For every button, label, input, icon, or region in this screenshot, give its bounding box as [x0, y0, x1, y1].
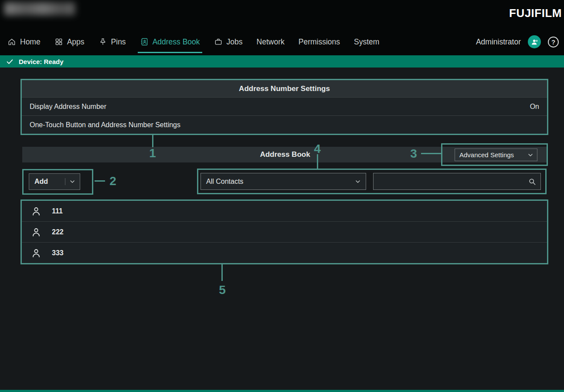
nav-item-system[interactable]: System [352, 30, 381, 53]
annotation-2-label: 2 [106, 174, 120, 188]
address-number-settings-panel: Address Number Settings Display Address … [20, 79, 548, 135]
person-icon [31, 206, 42, 217]
chevron-down-icon [65, 178, 76, 185]
magnifier-icon[interactable] [528, 177, 537, 186]
nav-label: Jobs [227, 37, 243, 47]
contact-row[interactable]: 222 [22, 221, 547, 242]
contact-name: 111 [52, 207, 63, 215]
header: FUJIFILM Home Apps [0, 0, 564, 55]
annotation-4-line [317, 154, 318, 169]
topbar: FUJIFILM [0, 0, 564, 30]
person-icon [31, 226, 42, 238]
nav-label: Permissions [299, 37, 340, 47]
jobs-icon [214, 37, 223, 46]
device-status-bar: Device: Ready [0, 55, 564, 68]
nav-label: Address Book [153, 37, 200, 47]
setting-value: On [530, 103, 539, 111]
device-status-text: Device: Ready [19, 58, 64, 65]
setting-label: Display Address Number [30, 103, 106, 111]
pin-icon [99, 37, 107, 46]
add-button-label: Add [34, 178, 48, 186]
annotation-3-line [421, 153, 441, 154]
annotation-2-line [95, 180, 105, 182]
contact-name: 222 [52, 228, 64, 236]
contact-name: 333 [52, 249, 64, 257]
nav-label: Home [20, 37, 41, 47]
address-number-settings-title: Address Number Settings [22, 80, 547, 97]
nav-right: Administrator ? [476, 35, 559, 48]
chevron-down-icon [527, 152, 534, 159]
annotation-3-label: 3 [407, 147, 421, 161]
nav-item-home[interactable]: Home [5, 30, 43, 53]
contact-filter-value: All Contacts [206, 178, 243, 186]
advanced-settings-label: Advanced Settings [459, 151, 514, 159]
annotation-5-line [221, 264, 223, 281]
annotation-1-label: 1 [146, 146, 160, 160]
nav-item-permissions[interactable]: Permissions [296, 30, 342, 53]
check-icon [6, 57, 14, 66]
nav-item-address-book[interactable]: Address Book [138, 30, 202, 53]
nav-item-apps[interactable]: Apps [52, 30, 87, 53]
admin-user-icon[interactable] [528, 35, 541, 48]
setting-row-display-address-number[interactable]: Display Address Number On [22, 97, 547, 115]
administrator-label: Administrator [476, 37, 521, 47]
nav-label: Apps [67, 37, 85, 47]
device-name-redacted [4, 2, 75, 15]
nav-tabs: Home Apps Pins [5, 30, 381, 53]
contact-list: 111 222 333 [20, 199, 548, 264]
add-button[interactable]: Add [29, 173, 80, 190]
annotation-1-line [152, 135, 153, 147]
bottom-strip [0, 390, 564, 392]
person-icon [31, 247, 42, 259]
advanced-settings-button[interactable]: Advanced Settings [455, 149, 537, 161]
contact-row[interactable]: 333 [22, 242, 547, 263]
device-admin-screen: FUJIFILM Home Apps [0, 0, 564, 392]
main-nav: Home Apps Pins [0, 30, 564, 53]
chevron-down-icon [354, 178, 361, 185]
nav-label: System [354, 37, 379, 47]
setting-label: One-Touch Button and Address Number Sett… [30, 121, 180, 129]
home-icon [7, 37, 16, 46]
contact-row[interactable]: 111 [22, 201, 547, 221]
nav-label: Pins [111, 37, 126, 47]
nav-item-jobs[interactable]: Jobs [212, 30, 245, 53]
annotation-5-label: 5 [215, 283, 229, 297]
search-input[interactable] [374, 173, 528, 189]
contact-filter-select[interactable]: All Contacts [200, 173, 366, 190]
fujifilm-logo: FUJIFILM [509, 7, 562, 20]
search-field [373, 173, 541, 190]
annotation-4-label: 4 [310, 142, 324, 156]
setting-row-one-touch-button[interactable]: One-Touch Button and Address Number Sett… [22, 115, 547, 134]
address-book-title: Address Book [260, 150, 310, 159]
nav-item-network[interactable]: Network [255, 30, 287, 53]
apps-icon [54, 37, 63, 46]
nav-item-pins[interactable]: Pins [96, 30, 128, 53]
address-book-icon [140, 37, 149, 46]
help-icon[interactable]: ? [548, 37, 559, 47]
nav-label: Network [257, 37, 285, 47]
